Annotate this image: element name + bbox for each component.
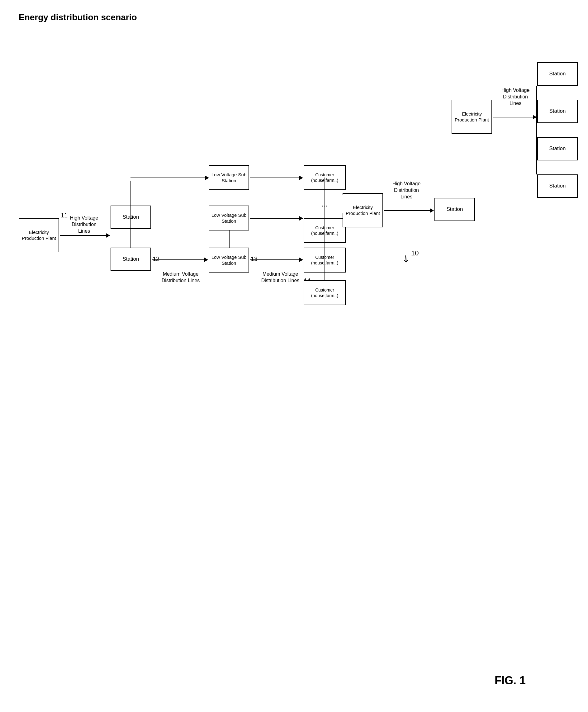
- vert-mv-line: [130, 181, 131, 248]
- horiz-connector-3: [536, 117, 537, 118]
- ref-12: 12: [153, 255, 160, 263]
- vert-line-stations-3: [536, 86, 537, 174]
- station-3c: Station: [537, 137, 578, 161]
- fig-10-label: 10: [411, 249, 419, 257]
- station-3a: Station: [537, 62, 578, 86]
- elec-plant-3: Electricity Production Plant: [451, 100, 492, 134]
- mv-arrow-3: [250, 218, 303, 218]
- station-1b: Station: [110, 248, 151, 271]
- station-3d: Station: [537, 174, 578, 198]
- fig-10-arrow: ↖: [399, 253, 412, 266]
- lv-sub-1: Low Voltage Sub Station: [209, 248, 249, 273]
- station-3b: Station: [537, 100, 578, 123]
- mv-arrow-4: [250, 177, 303, 178]
- hv-line-label-3: High Voltage Distribution Lines: [497, 87, 534, 106]
- mv-arrow-5: [207, 177, 209, 178]
- fig-label: FIG. 1: [495, 674, 526, 687]
- mv-line-label-2: Medium Voltage Distribution Lines: [258, 271, 302, 284]
- page-title: Energy distribution scenario: [19, 13, 137, 22]
- lv-sub-3: Low Voltage Sub Station: [209, 165, 249, 190]
- station-2: Station: [435, 198, 475, 221]
- customer-4: Customer (house,farm..): [304, 280, 346, 305]
- hv-line-label-1: High Voltage Distribution Lines: [65, 215, 103, 234]
- elec-plant-1: Electricity Production Plant: [19, 218, 59, 252]
- ref-13: 13: [251, 255, 257, 263]
- vert-line-lvsubs: [229, 230, 230, 248]
- horiz-to-lvs3: [130, 177, 208, 178]
- hv-line-label-2: High Voltage Distribution Lines: [388, 181, 425, 200]
- hv-arrow-3: [493, 117, 536, 118]
- hv-arrow-1: [60, 235, 110, 236]
- mv-arrow-2: [250, 259, 303, 260]
- elec-plant-2: Electricity Production Plant: [342, 193, 383, 227]
- mv-arrow-1: [152, 259, 208, 260]
- vert-customers-right: [324, 177, 325, 280]
- hv-arrow-2: [384, 210, 434, 211]
- lv-sub-2: Low Voltage Sub Station: [209, 206, 249, 230]
- mv-line-label-1: Medium Voltage Distribution Lines: [159, 271, 203, 284]
